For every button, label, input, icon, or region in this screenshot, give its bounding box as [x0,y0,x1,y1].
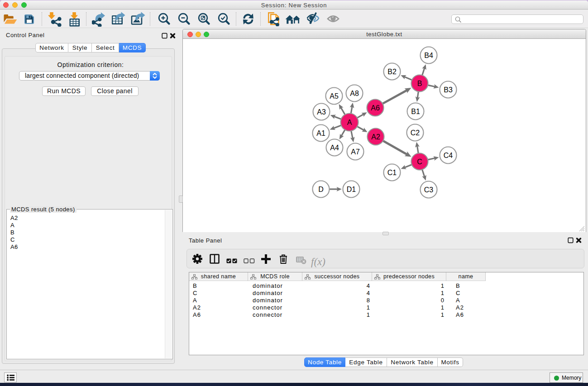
svg-text:D1: D1 [347,186,356,193]
svg-text:A2: A2 [371,133,380,141]
svg-text:A6: A6 [371,104,380,112]
svg-text:C2: C2 [411,129,420,137]
svg-text:A5: A5 [330,92,339,100]
svg-text:C: C [417,158,422,166]
svg-text:A7: A7 [351,148,360,156]
svg-text:B3: B3 [444,86,453,94]
svg-text:B2: B2 [387,68,397,76]
svg-text:C1: C1 [387,169,397,176]
svg-text:C4: C4 [444,152,453,159]
svg-text:A: A [347,119,352,126]
svg-text:B4: B4 [424,52,433,59]
svg-text:A4: A4 [330,144,339,152]
svg-text:D: D [318,186,324,193]
svg-text:B1: B1 [411,108,420,115]
svg-text:B: B [417,80,422,87]
svg-text:A8: A8 [350,90,359,97]
svg-text:A3: A3 [317,108,326,116]
svg-text:A1: A1 [316,129,325,137]
svg-text:C3: C3 [424,186,434,194]
